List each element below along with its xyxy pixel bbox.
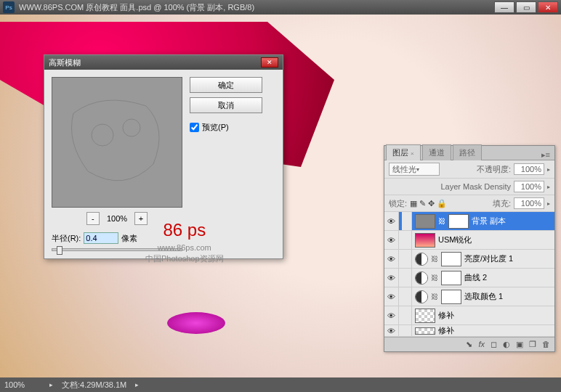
radius-input[interactable] — [84, 232, 118, 244]
visibility-toggle[interactable]: 👁 — [384, 212, 399, 230]
ok-button[interactable]: 确定 — [190, 77, 262, 93]
mask-icon[interactable]: ◻ — [491, 340, 497, 349]
status-arrow-icon[interactable]: ▸ — [49, 381, 53, 388]
layer-mask-thumb[interactable] — [441, 271, 461, 285]
lock-all-icon[interactable]: 🔒 — [437, 199, 447, 208]
mask-density-value[interactable]: 100% — [514, 181, 544, 192]
layer-mask-thumb[interactable] — [441, 290, 461, 304]
minimize-button[interactable]: — — [494, 1, 514, 13]
radius-unit: 像素 — [121, 233, 137, 244]
layer-row[interactable]: 👁 ⛓ 选取颜色 1 — [384, 287, 554, 306]
maximize-button[interactable]: ▭ — [516, 1, 536, 13]
layer-row[interactable]: 👁 ⛓ 背景 副本 — [384, 212, 554, 231]
visibility-toggle[interactable]: 👁 — [384, 250, 399, 268]
mask-link-icon[interactable]: ⛓ — [438, 217, 445, 225]
status-bar: 100% ▸ 文档:4.29M/38.1M ▸ — [0, 377, 561, 392]
lock-move-icon[interactable]: ✥ — [428, 199, 435, 208]
zoom-out-button[interactable]: - — [86, 212, 100, 225]
layer-name[interactable]: 修补 — [438, 310, 552, 321]
layer-thumb[interactable] — [415, 233, 435, 248]
layer-row[interactable]: 👁 ⛓ 曲线 2 — [384, 269, 554, 287]
layer-thumb[interactable] — [415, 309, 435, 323]
doc-info: 文档:4.29M/38.1M — [62, 380, 126, 391]
zoom-in-button[interactable]: + — [134, 212, 148, 225]
adjustment-icon[interactable] — [415, 271, 428, 285]
title-bar: Ps WWW.86PS.COM 原创教程 面具.psd @ 100% (背景 副… — [0, 0, 561, 15]
layer-row[interactable]: 👁 修补 — [384, 325, 554, 337]
slider-thumb[interactable] — [57, 246, 62, 255]
link-layers-icon[interactable]: ⬊ — [466, 340, 472, 349]
delete-layer-icon[interactable]: 🗑 — [542, 340, 550, 349]
close-button[interactable]: ✕ — [538, 1, 558, 13]
visibility-toggle[interactable]: 👁 — [384, 325, 399, 336]
blur-preview[interactable] — [52, 77, 182, 208]
zoom-level[interactable]: 100% — [4, 380, 41, 389]
lock-label: 锁定: — [389, 198, 407, 209]
status-menu-icon[interactable]: ▸ — [135, 381, 139, 388]
tab-channels[interactable]: 通道 — [422, 144, 451, 160]
layer-row[interactable]: 👁 USM锐化 — [384, 231, 554, 250]
layer-row[interactable]: 👁 ⛓ 亮度/对比度 1 — [384, 250, 554, 269]
panel-footer: ⬊ fx ◻ ◐ ▣ ❐ 🗑 — [384, 337, 554, 351]
layer-name[interactable]: USM锐化 — [438, 234, 552, 245]
tab-layers[interactable]: 图层× — [386, 144, 421, 160]
fx-icon[interactable]: fx — [478, 340, 485, 349]
layer-name[interactable]: 亮度/对比度 1 — [464, 253, 552, 264]
adjustment-icon[interactable] — [415, 290, 428, 303]
layer-row[interactable]: 👁 修补 — [384, 306, 554, 325]
layer-name[interactable]: 曲线 2 — [464, 272, 552, 283]
app-icon: Ps — [3, 1, 15, 13]
adjustment-layer-icon[interactable]: ◐ — [503, 340, 510, 349]
preview-checkbox[interactable] — [190, 123, 199, 132]
mask-density-label: Layer Mask Density — [440, 182, 511, 191]
adjustment-icon[interactable] — [415, 253, 428, 266]
visibility-toggle[interactable]: 👁 — [384, 306, 399, 324]
opacity-value[interactable]: 100% — [514, 163, 544, 175]
blend-mode-select[interactable]: 线性光 ▾ — [389, 163, 440, 176]
svg-point-1 — [123, 119, 140, 136]
visibility-toggle[interactable]: 👁 — [384, 231, 399, 249]
dialog-title: 高斯模糊 — [49, 57, 261, 68]
layer-name[interactable]: 背景 副本 — [472, 216, 552, 226]
lock-transparency-icon[interactable]: ▦ — [410, 199, 417, 208]
opacity-label: 不透明度: — [477, 164, 511, 175]
fill-label: 填充: — [493, 198, 511, 209]
radius-slider[interactable] — [52, 248, 182, 251]
visibility-toggle[interactable]: 👁 — [384, 269, 399, 287]
tab-paths[interactable]: 路径 — [453, 144, 482, 160]
opacity-arrow-icon[interactable]: ▸ — [547, 166, 550, 173]
fill-value[interactable]: 100% — [514, 197, 544, 209]
layers-panel: 图层× 通道 路径 ▸≡ 线性光 ▾ 不透明度: 100% ▸ Layer Ma… — [384, 145, 555, 352]
dialog-close-button[interactable]: ✕ — [261, 57, 278, 68]
panel-menu-icon[interactable]: ▸≡ — [537, 150, 554, 160]
window-title: WWW.86PS.COM 原创教程 面具.psd @ 100% (背景 副本, … — [19, 2, 494, 13]
dialog-titlebar[interactable]: 高斯模糊 ✕ — [44, 55, 283, 70]
preview-checkbox-label: 预览(P) — [202, 122, 229, 133]
layer-thumb[interactable] — [415, 214, 435, 229]
layer-name[interactable]: 选取颜色 1 — [464, 291, 552, 302]
svg-point-0 — [92, 124, 113, 146]
cancel-button[interactable]: 取消 — [190, 97, 262, 113]
visibility-toggle[interactable]: 👁 — [384, 287, 399, 306]
preview-zoom-value: 100% — [107, 214, 127, 223]
radius-label: 半径(R): — [52, 233, 81, 244]
lips-graphic — [167, 312, 225, 334]
gaussian-blur-dialog: 高斯模糊 ✕ - 100% + 半径(R): 像素 — [44, 54, 283, 259]
layer-mask-thumb[interactable] — [448, 214, 469, 229]
layer-thumb[interactable] — [415, 327, 435, 335]
lock-brush-icon[interactable]: ✎ — [419, 199, 426, 208]
new-layer-icon[interactable]: ❐ — [529, 340, 536, 349]
layer-mask-thumb[interactable] — [441, 252, 461, 266]
group-icon[interactable]: ▣ — [516, 340, 523, 349]
layer-name[interactable]: 修补 — [438, 325, 552, 336]
layer-list[interactable]: 👁 ⛓ 背景 副本 👁 USM锐化 👁 ⛓ 亮度/对比度 1 👁 ⛓ — [384, 212, 554, 337]
